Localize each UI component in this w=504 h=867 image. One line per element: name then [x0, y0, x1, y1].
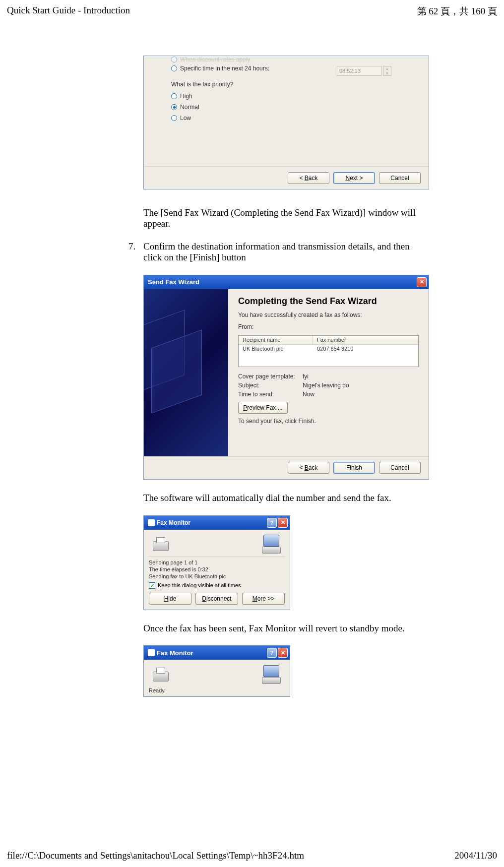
status-line-2: The time elapsed is 0:32: [149, 566, 285, 572]
titlebar: Send Fax Wizard ✕: [144, 275, 429, 289]
table-row: UK Bluetooth plc 0207 654 3210: [239, 345, 418, 353]
status-line-1: Sending page 1 of 1: [149, 559, 285, 565]
wizard-subtext: You have successfully created a fax as f…: [238, 311, 419, 318]
back-button[interactable]: < Back: [288, 462, 329, 474]
help-icon[interactable]: ?: [267, 648, 277, 658]
fax-monitor-ready-dialog: Fax Monitor ? ✕ Ready: [143, 645, 290, 697]
close-icon[interactable]: ✕: [417, 277, 427, 287]
file-path: file://C:\Documents and Settings\anitach…: [7, 850, 304, 861]
fax-machine-icon: [152, 537, 172, 552]
cell-faxnum: 0207 654 3210: [313, 345, 357, 353]
status-ready: Ready: [149, 686, 285, 694]
fax-monitor-graphics: [149, 664, 285, 686]
subject-label: Subject:: [238, 382, 303, 389]
cover-template-value: fyi: [303, 373, 309, 380]
next-button[interactable]: Next >: [333, 172, 375, 184]
radio-icon: [171, 115, 177, 121]
wizard-button-row: < Back Finish Cancel: [144, 456, 429, 479]
more-button[interactable]: More >>: [242, 593, 285, 605]
radio-icon: [171, 104, 177, 110]
wizard-button-row: < Back Next > Cancel: [144, 166, 429, 189]
send-fax-wizard-complete-dialog: Send Fax Wizard ✕ Completing the Send Fa…: [143, 275, 429, 480]
paragraph: The software will automatically dial the…: [143, 493, 429, 503]
recipient-table: Recipient name Fax number UK Bluetooth p…: [238, 335, 419, 367]
radio-icon: [171, 57, 177, 62]
step-text: Confirm the destination information and …: [143, 241, 429, 263]
checkbox-icon[interactable]: ✓: [149, 582, 155, 589]
cancel-button[interactable]: Cancel: [379, 172, 421, 184]
back-button[interactable]: < Back: [288, 172, 329, 184]
keep-visible-label[interactable]: Keep this dialog visible at all times: [158, 582, 241, 588]
time-to-send-value: Now: [303, 391, 315, 398]
from-label: From:: [238, 323, 419, 330]
wizard-side-graphic: [144, 289, 228, 457]
option-low[interactable]: Low: [180, 115, 191, 122]
priority-question: What is the fax priority?: [171, 81, 399, 88]
cover-template-label: Cover page template:: [238, 373, 303, 380]
col-recipient-name: Recipient name: [239, 336, 313, 344]
wizard-main-panel: Completing the Send Fax Wizard You have …: [228, 289, 429, 457]
send-fax-wizard-schedule-dialog: When discount rates apply Specific time …: [143, 56, 429, 189]
option-discount-rates: When discount rates apply: [180, 56, 250, 63]
close-icon[interactable]: ✕: [278, 518, 288, 528]
col-fax-number: Fax number: [313, 336, 350, 344]
wizard-footer-text: To send your fax, click Finish.: [238, 418, 419, 425]
option-specific-time[interactable]: Specific time in the next 24 hours:: [180, 65, 269, 72]
radio-icon: [171, 65, 177, 71]
fax-monitor-sending-dialog: Fax Monitor ? ✕ Sending page 1 of 1 The …: [143, 515, 290, 610]
doc-title: Quick Start Guide - Introduction: [7, 5, 130, 18]
step-7: 7. Confirm the destination information a…: [128, 241, 429, 263]
time-input: 08:52:13: [337, 66, 381, 76]
wizard-heading: Completing the Send Fax Wizard: [238, 296, 419, 307]
paragraph: The [Send Fax Wizard (Completing the Sen…: [143, 207, 429, 229]
option-high[interactable]: High: [180, 93, 192, 100]
time-to-send-label: Time to send:: [238, 391, 303, 398]
page-footer: file://C:\Documents and Settings\anitach…: [7, 850, 497, 861]
time-spinner: ▲▼: [383, 66, 391, 76]
option-normal[interactable]: Normal: [180, 104, 199, 111]
computer-icon: [260, 535, 282, 555]
hide-button[interactable]: Hide: [149, 593, 191, 605]
fax-icon: [148, 519, 155, 526]
main-content: When discount rates apply Specific time …: [128, 56, 429, 697]
close-icon[interactable]: ✕: [278, 648, 288, 658]
fax-machine-icon: [152, 668, 172, 682]
window-title: Send Fax Wizard: [148, 278, 199, 286]
cancel-button[interactable]: Cancel: [379, 462, 421, 474]
fax-icon: [148, 649, 155, 656]
titlebar: Fax Monitor ? ✕: [144, 516, 290, 530]
cell-recipient: UK Bluetooth plc: [239, 345, 313, 353]
print-date: 2004/11/30: [454, 850, 497, 861]
page-header: Quick Start Guide - Introduction 第 62 頁，…: [0, 0, 504, 18]
window-title: Fax Monitor: [157, 519, 190, 526]
page-counter: 第 62 頁，共 160 頁: [417, 5, 498, 18]
paragraph: Once the fax has been sent, Fax Monitor …: [143, 623, 429, 634]
status-line-3: Sending fax to UK Bluetooth plc: [149, 573, 285, 579]
titlebar: Fax Monitor ? ✕: [144, 646, 290, 660]
subject-value: Nigel's leaving do: [303, 382, 349, 389]
help-icon[interactable]: ?: [267, 518, 277, 528]
step-number: 7.: [128, 241, 143, 263]
radio-icon: [171, 93, 177, 99]
preview-fax-button[interactable]: Preview Fax ...: [238, 402, 288, 414]
fax-monitor-graphics: [149, 534, 285, 557]
finish-button[interactable]: Finish: [333, 462, 375, 474]
computer-icon: [260, 665, 282, 685]
window-title: Fax Monitor: [157, 649, 193, 657]
disconnect-button[interactable]: Disconnect: [195, 593, 238, 605]
